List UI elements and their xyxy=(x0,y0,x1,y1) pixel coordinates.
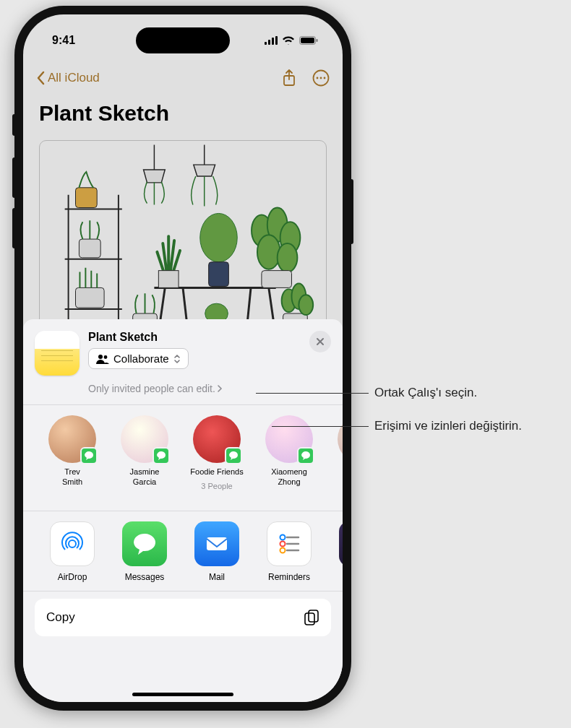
volume-down-button xyxy=(12,208,15,248)
power-button xyxy=(351,179,353,244)
app-airdrop[interactable]: AirDrop xyxy=(36,521,108,582)
updown-chevron-icon xyxy=(173,354,181,364)
volume-up-button xyxy=(12,157,15,198)
reminders-icon xyxy=(275,530,303,558)
svg-point-47 xyxy=(98,355,103,359)
collaborate-selector[interactable]: Collaborate xyxy=(88,348,189,369)
phone-frame: 9:41 All iCloud Plant Sketch xyxy=(14,6,351,711)
app-label: Mail xyxy=(209,572,225,582)
chevron-right-icon xyxy=(217,384,223,393)
messages-icon xyxy=(131,530,158,558)
contact-name: JasmineGarcia xyxy=(130,467,160,488)
mail-icon xyxy=(202,529,231,558)
contact-name: TrevSmith xyxy=(62,467,82,488)
share-sheet: Plant Sketch Collaborate Only invited pe… xyxy=(23,319,343,702)
app-messages[interactable]: Messages xyxy=(108,521,181,582)
svg-rect-58 xyxy=(309,610,318,622)
messages-badge-icon xyxy=(297,447,314,464)
avatar xyxy=(265,415,313,463)
contact-jasmine-garcia[interactable]: JasmineGarcia xyxy=(108,415,181,490)
app-label: AirDrop xyxy=(58,572,87,582)
svg-point-55 xyxy=(280,547,286,552)
app-more[interactable]: J xyxy=(325,521,343,582)
contact-foodie-friends[interactable]: Foodie Friends 3 People xyxy=(181,415,253,490)
messages-badge-icon xyxy=(225,447,242,464)
contact-trev-smith[interactable]: TrevSmith xyxy=(36,415,108,490)
svg-rect-57 xyxy=(305,613,314,625)
avatar xyxy=(338,415,343,463)
airdrop-icon xyxy=(58,529,87,558)
app-mail[interactable]: Mail xyxy=(181,521,253,582)
close-icon xyxy=(316,337,325,346)
avatar xyxy=(193,415,241,463)
callout-line xyxy=(256,393,369,394)
notes-app-icon xyxy=(35,331,80,376)
callout-line xyxy=(272,426,369,427)
close-button[interactable] xyxy=(309,331,331,352)
share-apps-row[interactable]: AirDrop Messages Mail xyxy=(35,511,343,588)
svg-rect-50 xyxy=(207,537,227,550)
home-indicator[interactable] xyxy=(132,693,233,696)
copy-label: Copy xyxy=(46,610,75,625)
contact-name: Foodie Friends xyxy=(190,467,243,477)
people-icon xyxy=(96,354,109,364)
avatar xyxy=(121,415,168,463)
app-label: Reminders xyxy=(268,572,310,582)
callout-collaborate: Ortak Çalış'ı seçin. xyxy=(374,385,477,402)
suggested-contacts-row[interactable]: TrevSmith JasmineGarcia Foodie Friends 3… xyxy=(35,405,343,500)
svg-point-51 xyxy=(280,534,286,540)
access-text: Only invited people can edit. xyxy=(88,383,215,394)
svg-point-49 xyxy=(69,540,76,547)
copy-icon xyxy=(304,609,319,626)
avatar xyxy=(48,415,96,463)
contact-name: XiaomengZhong xyxy=(271,467,307,488)
divider xyxy=(23,591,343,592)
messages-badge-icon xyxy=(153,447,170,464)
screen: 9:41 All iCloud Plant Sketch xyxy=(23,14,343,702)
app-reminders[interactable]: Reminders xyxy=(253,521,325,582)
sheet-document-title: Plant Sketch xyxy=(88,331,301,344)
svg-point-53 xyxy=(280,541,286,546)
copy-action-row[interactable]: Copy xyxy=(35,599,331,636)
callout-access: Erişimi ve izinleri değiştirin. xyxy=(374,418,522,435)
silent-switch xyxy=(12,114,15,136)
collaborate-label: Collaborate xyxy=(113,352,169,365)
contact-subtext: 3 People xyxy=(201,482,232,490)
svg-point-48 xyxy=(104,355,108,359)
app-label: Messages xyxy=(125,572,165,582)
messages-badge-icon xyxy=(80,447,98,464)
